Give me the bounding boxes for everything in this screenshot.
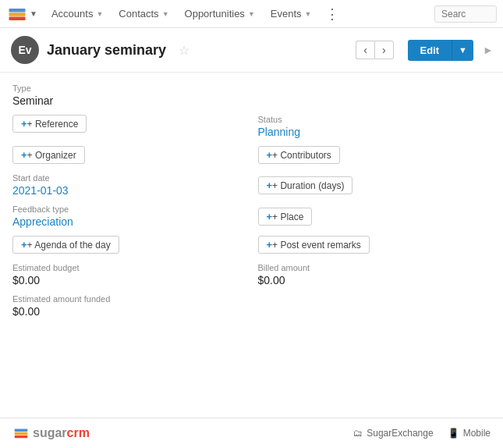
agenda-post-row: ++ Agenda of the day ++ Post event remar… — [12, 236, 491, 263]
avatar: Ev — [11, 36, 39, 64]
add-contributors-button[interactable]: ++ Contributors — [258, 146, 340, 164]
billed-col: Billed amount $0.00 — [258, 263, 491, 294]
budget-col: Estimated budget $0.00 — [12, 263, 246, 294]
post-event-col: ++ Post event remarks — [258, 236, 491, 263]
add-organizer-button[interactable]: ++ Organizer — [12, 146, 85, 164]
billed-amount-value: $0.00 — [258, 274, 491, 286]
feedback-col: Feedback type Appreciation — [12, 204, 246, 236]
add-agenda-button[interactable]: ++ Agenda of the day — [12, 236, 119, 254]
status-value: Planning — [258, 126, 491, 138]
estimated-funded-value: $0.00 — [12, 305, 491, 318]
events-arrow: ▼ — [305, 10, 312, 18]
feedback-type-label: Feedback type — [12, 204, 246, 214]
opportunities-arrow: ▼ — [248, 10, 255, 18]
estimated-budget-value: $0.00 — [12, 274, 246, 286]
main-content: Type Seminar + + Reference Status Planni… — [0, 73, 503, 418]
place-col: ++ Place — [258, 204, 491, 236]
start-date-col: Start date 2021-01-03 — [12, 173, 246, 204]
sugar-exchange-link[interactable]: 🗂 SugarExchange — [353, 428, 433, 439]
type-field: Type Seminar — [12, 84, 491, 107]
svg-rect-5 — [15, 429, 28, 432]
svg-rect-3 — [15, 436, 28, 438]
add-duration-button[interactable]: ++ Duration (days) — [258, 176, 353, 194]
organizer-contributors-row: ++ Organizer ++ Contributors — [12, 146, 491, 173]
footer: sugarcrm 🗂 SugarExchange 📱 Mobile — [0, 418, 503, 448]
record-navigation: ‹ › — [356, 41, 393, 59]
type-value: Seminar — [12, 94, 491, 107]
start-date-label: Start date — [12, 173, 246, 183]
nav-contacts[interactable]: Contacts ▼ — [111, 0, 176, 28]
status-label: Status — [258, 115, 491, 124]
svg-rect-1 — [9, 12, 26, 16]
add-reference-button[interactable]: + + Reference — [12, 115, 87, 133]
svg-rect-2 — [9, 9, 26, 12]
nav-events[interactable]: Events ▼ — [263, 0, 320, 28]
prev-record-button[interactable]: ‹ — [356, 41, 374, 59]
nav-opportunities[interactable]: Opportunities ▼ — [177, 0, 263, 28]
edit-button[interactable]: Edit — [408, 40, 452, 61]
record-header: Ev January seminary ☆ ‹ › Edit ▼ ► — [0, 28, 503, 73]
funded-row: Estimated amount funded $0.00 — [12, 294, 491, 318]
type-label: Type — [12, 84, 491, 93]
nav-accounts[interactable]: Accounts ▼ — [44, 0, 111, 28]
logo-dropdown-arrow[interactable]: ▼ — [30, 9, 37, 18]
budget-billed-row: Estimated budget $0.00 Billed amount $0.… — [12, 263, 491, 294]
status-col: Status Planning — [258, 115, 491, 146]
feedback-place-row: Feedback type Appreciation ++ Place — [12, 204, 491, 236]
next-record-button[interactable]: › — [374, 41, 394, 59]
mobile-icon: 📱 — [448, 428, 459, 439]
billed-amount-label: Billed amount — [258, 263, 491, 272]
contacts-arrow: ▼ — [162, 10, 169, 18]
svg-rect-4 — [15, 432, 28, 435]
accounts-arrow: ▼ — [96, 10, 103, 18]
date-duration-row: Start date 2021-01-03 ++ Duration (days) — [12, 173, 491, 204]
search-input[interactable] — [434, 5, 497, 23]
app-logo[interactable]: ▼ — [6, 3, 37, 25]
favorite-star-icon[interactable]: ☆ — [179, 43, 190, 58]
edit-dropdown-button[interactable]: ▼ — [452, 40, 473, 61]
svg-rect-0 — [9, 16, 26, 20]
estimated-budget-label: Estimated budget — [12, 263, 246, 272]
reference-status-row: + + Reference Status Planning — [12, 115, 491, 146]
add-post-event-button[interactable]: ++ Post event remarks — [258, 236, 370, 254]
organizer-col: ++ Organizer — [12, 146, 246, 173]
footer-logo-icon — [12, 425, 30, 442]
footer-links: 🗂 SugarExchange 📱 Mobile — [353, 428, 491, 439]
contributors-col: ++ Contributors — [258, 146, 491, 173]
sugar-exchange-icon: 🗂 — [353, 428, 363, 439]
mobile-link[interactable]: 📱 Mobile — [448, 428, 491, 439]
scroll-indicator: ► — [484, 44, 492, 56]
duration-col: ++ Duration (days) — [258, 173, 491, 204]
edit-button-group: Edit ▼ — [408, 40, 473, 61]
nav-more-button[interactable]: ⋮ — [321, 5, 344, 23]
reference-col: + + Reference — [12, 115, 246, 146]
footer-logo-text: sugarcrm — [33, 426, 90, 440]
start-date-value: 2021-01-03 — [12, 184, 246, 197]
estimated-funded-label: Estimated amount funded — [12, 294, 491, 304]
feedback-type-value: Appreciation — [12, 215, 246, 228]
agenda-col: ++ Agenda of the day — [12, 236, 246, 263]
top-navigation: ▼ Accounts ▼ Contacts ▼ Opportunities ▼ … — [0, 0, 503, 28]
add-place-button[interactable]: ++ Place — [258, 208, 313, 226]
record-title: January seminary — [47, 42, 166, 59]
footer-logo: sugarcrm — [12, 425, 90, 442]
